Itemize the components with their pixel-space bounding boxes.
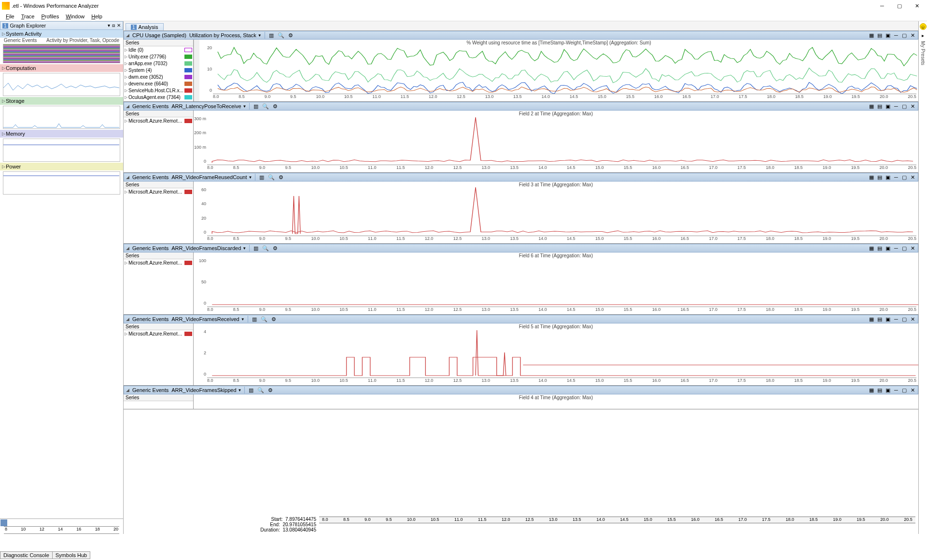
view-both-icon[interactable]: ▣ <box>885 245 891 252</box>
view-chart-icon[interactable]: ▦ <box>868 103 875 110</box>
close-icon[interactable]: ✕ <box>909 316 916 322</box>
legend-item[interactable]: ▷System (4) <box>124 67 193 73</box>
max-icon[interactable]: ▢ <box>901 316 908 322</box>
legend-item[interactable]: ▷Microsoft.Azure.RemoteRe... <box>124 188 193 195</box>
settings-icon[interactable]: ⚙ <box>272 103 279 110</box>
preset-selector[interactable]: ARR_LatencyPoseToReceive ▼ <box>171 103 246 109</box>
panel-dropdown-icon[interactable]: ▾ <box>108 23 110 28</box>
view-chart-icon[interactable]: ▦ <box>868 316 875 322</box>
plot-area[interactable]: Field 4 at Time (Aggregation: Max) <box>194 394 918 409</box>
search-icon[interactable]: 🔍 <box>261 316 267 322</box>
filter-icon[interactable]: ▥ <box>268 32 275 39</box>
plot-area[interactable]: Field 5 at Time (Aggregation: Max) 420 8… <box>194 323 918 385</box>
search-icon[interactable]: 🔍 <box>268 174 275 181</box>
legend-item[interactable]: ▷arrApp.exe (7032) <box>124 60 193 67</box>
explorer-ruler[interactable]: 8101214161820 <box>4 526 119 534</box>
mini-computation[interactable] <box>3 73 120 96</box>
collapse-icon[interactable]: ◢ <box>126 175 129 180</box>
section-memory[interactable]: ▷Memory <box>0 130 123 163</box>
close-icon[interactable]: ✕ <box>909 103 916 110</box>
view-both-icon[interactable]: ▣ <box>885 32 891 39</box>
preset-selector[interactable]: ARR_VideoFrameReusedCount ▼ <box>171 174 252 180</box>
filter-icon[interactable]: ▥ <box>251 316 258 322</box>
preset-selector[interactable]: ARR_VideoFramesReceived ▼ <box>171 316 244 322</box>
menu-profiles[interactable]: Profiles <box>38 14 62 19</box>
min-icon[interactable]: ─ <box>893 174 899 181</box>
my-presets-tab[interactable]: My Presets <box>920 41 926 65</box>
rail-toggle-icon[interactable]: ▸ <box>922 33 924 38</box>
graph-explorer-header[interactable]: 1 Graph Explorer ▾ ⧈ ✕ <box>0 21 123 30</box>
view-chart-icon[interactable]: ▦ <box>868 174 875 181</box>
mini-storage[interactable] <box>3 106 120 129</box>
plot-area[interactable]: Field 6 at Time (Aggregation: Max) 10050… <box>194 252 918 314</box>
close-button[interactable]: ✕ <box>909 1 925 11</box>
filter-icon[interactable]: ▥ <box>248 387 254 393</box>
mini-system-activity[interactable] <box>3 44 120 63</box>
max-icon[interactable]: ▢ <box>901 387 908 393</box>
preset-selector[interactable]: Utilization by Process, Stack ▼ <box>189 32 262 38</box>
search-icon[interactable]: 🔍 <box>278 32 284 39</box>
legend-item[interactable]: ▷Idle (0) <box>124 46 193 53</box>
min-icon[interactable]: ─ <box>893 245 899 252</box>
legend-item[interactable]: ▷OculusAgent.exe (7364) <box>124 94 193 100</box>
legend-item[interactable]: ▷ServiceHub.Host.CLR.x... <box>124 87 193 94</box>
graph-header[interactable]: ◢ Generic Events ARR_VideoFramesDiscarde… <box>124 244 918 252</box>
search-icon[interactable]: 🔍 <box>262 245 269 252</box>
close-icon[interactable]: ✕ <box>909 174 916 181</box>
min-icon[interactable]: ─ <box>893 103 899 110</box>
search-icon[interactable]: 🔍 <box>257 387 264 393</box>
plot-area[interactable]: % Weight using resource time as [TimeSta… <box>199 40 918 101</box>
legend-item[interactable]: ▷Microsoft.Azure.RemoteRe... <box>124 259 193 266</box>
minimize-button[interactable]: ─ <box>874 1 890 11</box>
collapse-icon[interactable]: ◢ <box>126 33 129 38</box>
view-both-icon[interactable]: ▣ <box>885 174 891 181</box>
graph-header[interactable]: ◢ Generic Events ARR_VideoFramesReceived… <box>124 315 918 323</box>
close-icon[interactable]: ✕ <box>909 245 916 252</box>
section-computation[interactable]: ▷Computation <box>0 64 123 97</box>
legend-item[interactable]: ▷devenv.exe (6640) <box>124 80 193 87</box>
menu-file[interactable]: File <box>3 14 17 19</box>
min-icon[interactable]: ─ <box>893 32 899 39</box>
view-chart-icon[interactable]: ▦ <box>868 32 875 39</box>
view-table-icon[interactable]: ▤ <box>876 174 883 181</box>
legend-item[interactable]: ▷Unity.exe (27796) <box>124 53 193 60</box>
legend-item[interactable]: ▷dwm.exe (3052) <box>124 73 193 80</box>
filter-icon[interactable]: ▥ <box>258 174 265 181</box>
view-chart-icon[interactable]: ▦ <box>868 387 875 393</box>
collapse-icon[interactable]: ◢ <box>126 317 129 322</box>
graph-header[interactable]: ◢ Generic Events ARR_LatencyPoseToReceiv… <box>124 102 918 111</box>
close-icon[interactable]: ✕ <box>909 387 916 393</box>
view-table-icon[interactable]: ▤ <box>876 316 883 322</box>
graph-header[interactable]: ◢ CPU Usage (Sampled) Utilization by Pro… <box>124 31 918 40</box>
mini-power[interactable] <box>3 171 120 195</box>
settings-icon[interactable]: ⚙ <box>267 387 274 393</box>
max-icon[interactable]: ▢ <box>901 174 908 181</box>
min-icon[interactable]: ─ <box>893 316 899 322</box>
menu-help[interactable]: Help <box>88 14 105 19</box>
view-chart-icon[interactable]: ▦ <box>868 245 875 252</box>
plot-area[interactable]: Field 3 at Time (Aggregation: Max) 60402… <box>194 182 918 243</box>
status-diagnostic-console[interactable]: Diagnostic Console <box>0 551 53 559</box>
section-power[interactable]: ▷Power <box>0 163 123 196</box>
menu-trace[interactable]: Trace <box>18 14 38 19</box>
settings-icon[interactable]: ⚙ <box>278 174 284 181</box>
panel-close-icon[interactable]: ✕ <box>117 23 121 28</box>
filter-icon[interactable]: ▥ <box>253 245 259 252</box>
min-icon[interactable]: ─ <box>893 387 899 393</box>
view-table-icon[interactable]: ▤ <box>876 387 883 393</box>
collapse-icon[interactable]: ◢ <box>126 388 129 392</box>
explorer-toggle-icon[interactable] <box>0 519 7 526</box>
max-icon[interactable]: ▢ <box>901 103 908 110</box>
max-icon[interactable]: ▢ <box>901 245 908 252</box>
view-table-icon[interactable]: ▤ <box>876 103 883 110</box>
max-icon[interactable]: ▢ <box>901 32 908 39</box>
menu-window[interactable]: Window <box>63 14 87 19</box>
close-icon[interactable]: ✕ <box>909 32 916 39</box>
status-symbols-hub[interactable]: Symbols Hub <box>52 551 90 559</box>
view-table-icon[interactable]: ▤ <box>876 32 883 39</box>
timeline-ruler[interactable]: 8.08.59.09.510.010.511.011.512.012.513.0… <box>319 517 915 523</box>
legend-item[interactable]: ▷Microsoft.Azure.RemoteRe... <box>124 330 193 337</box>
feedback-icon[interactable]: ☺ <box>920 23 927 30</box>
preset-selector[interactable]: ARR_VideoFramesSkipped ▼ <box>171 387 241 393</box>
preset-selector[interactable]: ARR_VideoFramesDiscarded ▼ <box>171 245 246 251</box>
